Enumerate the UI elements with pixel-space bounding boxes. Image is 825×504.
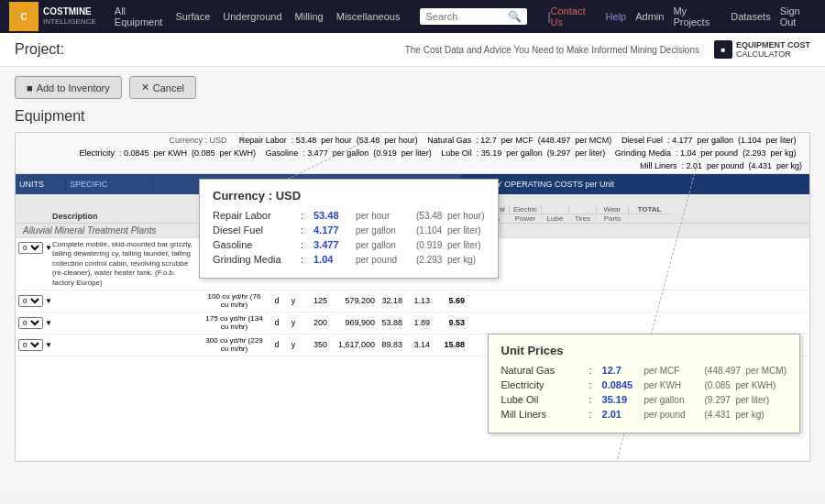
dropdown-icon-3: ▼ xyxy=(45,319,52,327)
project-label: Project: xyxy=(15,41,64,58)
repair-labor-label: Repair Labor xyxy=(213,210,295,221)
gasoline-unit: per gallon xyxy=(356,240,411,250)
dropdown-icon-4: ▼ xyxy=(45,341,52,349)
ecc-icon: ■ xyxy=(714,40,732,59)
row-cap-3: 175 cu yd/hr (134 cu m/hr) xyxy=(200,312,269,333)
row-select-4[interactable]: 0 xyxy=(18,339,43,351)
logo-text: COSTMINE INTELLIGENCE xyxy=(43,6,96,27)
repair-labor-value: 53.48 xyxy=(314,210,350,221)
grinding-label: Grinding Media xyxy=(213,254,295,265)
gasoline-paren: (0.919 per liter) xyxy=(416,240,481,250)
diesel-fuel-unit: per gallon xyxy=(356,225,411,236)
popup-row-lube-oil: Lube Oil : 35.19 per gallon (9.297 per l… xyxy=(501,394,786,405)
popup-currency: Currency : USD Repair Labor : 53.48 per … xyxy=(199,179,499,279)
mill-liners-paren: (4.431 per kg) xyxy=(705,410,764,420)
mill-liners-value: 2.01 xyxy=(602,409,639,420)
ecc-tagline: The Cost Data and Advice You Need to Mak… xyxy=(405,45,699,55)
natural-gas-label: Natural Gas xyxy=(501,365,584,376)
electricity-unit: per KWH xyxy=(644,380,699,390)
equipment-table: Currency : USD Repair Labor : 53.48 per … xyxy=(15,132,810,462)
popup-row-grinding: Grinding Media : 1.04 per pound (2.293 p… xyxy=(213,254,485,265)
mill-liners-unit: per pound xyxy=(644,410,699,420)
lube-oil-info: Lube Oil : 35.19 per gallon (9.297 per l… xyxy=(441,148,605,158)
unit-prices-title: Unit Prices xyxy=(501,344,786,357)
gasoline-value: 3.477 xyxy=(314,239,350,250)
logo: C COSTMINE INTELLIGENCE xyxy=(9,2,96,31)
popup-unit-prices: Unit Prices Natural Gas : 12.7 per MCF (… xyxy=(488,334,800,433)
popup-row-natural-gas: Natural Gas : 12.7 per MCF (448.497 per … xyxy=(501,365,786,376)
nav-all-equipment[interactable]: All Equipment xyxy=(115,5,163,27)
contact-link[interactable]: Contact Us xyxy=(551,5,597,27)
lube-oil-unit: per gallon xyxy=(644,395,699,405)
grinding-paren: (2.293 per kg) xyxy=(416,255,476,265)
ecc-box: The Cost Data and Advice You Need to Mak… xyxy=(405,40,810,59)
add-to-inventory-button[interactable]: ■ Add to Inventory xyxy=(15,76,122,99)
currency-info-bar: Currency : USD Repair Labor : 53.48 per … xyxy=(16,133,809,174)
repair-labor-paren: (53.48 per hour) xyxy=(416,211,485,221)
natural-gas-info: Natural Gas : 12.7 per MCF (448.497 per … xyxy=(427,136,611,145)
electricity-info: Electricity : 0.0845 per KWH (0.085 per … xyxy=(80,148,257,158)
popup-currency-title: Currency : USD xyxy=(213,189,485,203)
natural-gas-unit: per MCF xyxy=(644,366,699,376)
admin-link[interactable]: Admin xyxy=(635,11,664,22)
lube-oil-paren: (9.297 per liter) xyxy=(705,395,770,405)
top-nav: C COSTMINE INTELLIGENCE All Equipment Su… xyxy=(0,0,825,33)
popup-row-electricity: Electricity : 0.0845 per KWH (0.085 per … xyxy=(501,379,786,390)
grinding-unit: per pound xyxy=(356,255,411,265)
electricity-paren: (0.085 per KWH) xyxy=(705,380,776,390)
currency-label: Currency : USD xyxy=(170,136,227,145)
table-row: 0 ▼ 175 cu yd/hr (134 cu m/hr) d y 200 9… xyxy=(16,312,809,334)
my-projects-link[interactable]: My Projects xyxy=(673,5,721,27)
repair-labor-info: Repair Labor : 53.48 per hour (53.48 per… xyxy=(239,136,418,145)
repair-labor-unit: per hour xyxy=(356,211,411,221)
row-desc-2 xyxy=(49,299,200,302)
col-header-units: UNITS xyxy=(16,180,66,189)
help-link[interactable]: Help xyxy=(606,11,627,22)
row-cap-4: 300 cu yd/hr (229 cu m/hr) xyxy=(200,334,269,355)
ecc-title-text: EQUIPMENT COST CALCULATOR xyxy=(736,40,810,59)
sign-out-link[interactable]: Sign Out xyxy=(780,5,816,27)
col-header-hourly: HOURLY OPERATING COSTS per Unit xyxy=(461,174,809,194)
main-content: ■ Add to Inventory ✕ Cancel Equipment Cu… xyxy=(0,67,825,490)
diesel-fuel-paren: (1.104 per liter) xyxy=(416,225,481,236)
section-title: Equipment xyxy=(15,108,810,125)
table-row: 0 ▼ 100 cu yd/hr (76 cu m/hr) d y 125 57… xyxy=(16,290,809,312)
search-input[interactable] xyxy=(425,11,508,22)
datasets-link[interactable]: Datasets xyxy=(731,11,770,22)
popup-row-gasoline: Gasoline : 3.477 per gallon (0.919 per l… xyxy=(213,239,485,250)
diesel-fuel-info: Diesel Fuel : 4.177 per gallon (1.104 pe… xyxy=(622,136,797,145)
row-select-2[interactable]: 0 xyxy=(18,295,43,307)
diesel-fuel-value: 4.177 xyxy=(314,225,350,236)
mill-liners-label: Mill Liners xyxy=(501,409,584,420)
row-select-1[interactable]: 0 xyxy=(18,242,43,254)
nav-miscellaneous[interactable]: Miscellaneous xyxy=(336,11,401,22)
col-header-specific: SPECIFIC xyxy=(66,180,153,189)
grinding-media-info: Grinding Media : 1.04 per pound (2.293 p… xyxy=(615,148,797,158)
lube-oil-value: 35.19 xyxy=(602,394,639,405)
search-icon: 🔍 xyxy=(508,10,522,23)
popup-row-repair-labor: Repair Labor : 53.48 per hour (53.48 per… xyxy=(213,210,485,221)
electricity-value: 0.0845 xyxy=(602,379,639,390)
grinding-value: 1.04 xyxy=(314,254,350,265)
cancel-button[interactable]: ✕ Cancel xyxy=(129,76,196,99)
lube-oil-label: Lube Oil xyxy=(501,394,584,405)
diesel-fuel-label: Diesel Fuel xyxy=(213,225,295,236)
search-area[interactable]: 🔍 xyxy=(420,8,527,25)
popup-row-mill-liners: Mill Liners : 2.01 per pound (4.431 per … xyxy=(501,409,786,420)
row-select-3[interactable]: 0 xyxy=(18,317,43,329)
button-area: ■ Add to Inventory ✕ Cancel xyxy=(15,76,810,99)
nav-underground[interactable]: Underground xyxy=(223,11,281,22)
gasoline-label: Gasoline xyxy=(213,239,295,250)
nav-surface[interactable]: Surface xyxy=(175,11,210,22)
natural-gas-value: 12.7 xyxy=(602,365,639,376)
gasoline-info: Gasoline : 3.477 per gallon (0.919 per l… xyxy=(266,148,432,158)
cancel-icon: ✕ xyxy=(141,82,149,93)
desc-col-label: Description xyxy=(49,210,200,223)
natural-gas-paren: (448.497 per MCM) xyxy=(705,366,786,376)
mill-liners-info: Mill Liners : 2.01 per pound (4.431 per … xyxy=(640,161,802,170)
nav-milling[interactable]: Milling xyxy=(295,11,324,22)
main-nav: All Equipment Surface Underground Millin… xyxy=(115,5,551,27)
popup-row-diesel: Diesel Fuel : 4.177 per gallon (1.104 pe… xyxy=(213,225,485,236)
inventory-icon: ■ xyxy=(27,82,33,93)
sub-header: Project: The Cost Data and Advice You Ne… xyxy=(0,33,825,67)
